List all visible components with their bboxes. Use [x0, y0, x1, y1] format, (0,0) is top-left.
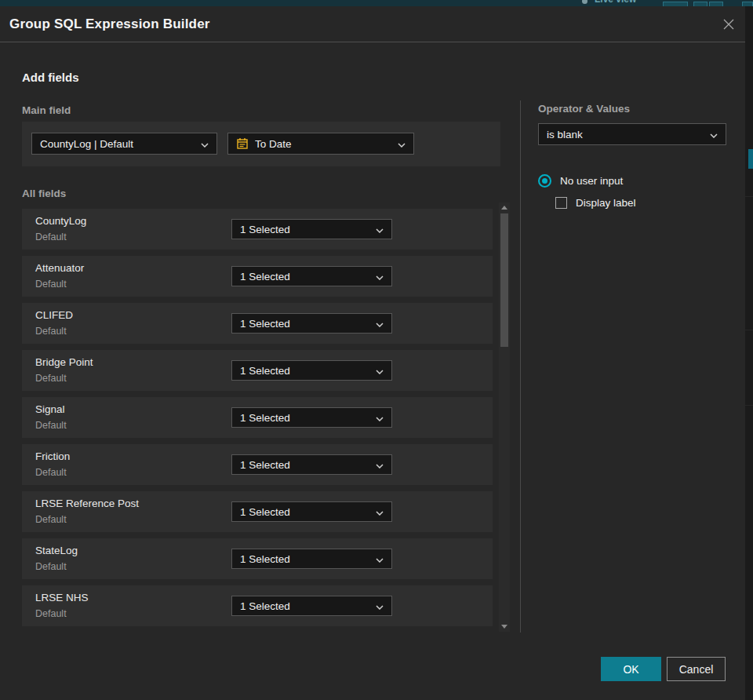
display-label-label: Display label: [576, 197, 636, 209]
field-name: CountyLog: [35, 215, 86, 227]
field-subtitle: Default: [35, 514, 67, 525]
field-selection-value: 1 Selected: [240, 600, 369, 612]
field-name: CLIFED: [35, 309, 73, 321]
scroll-down-arrow-icon[interactable]: [501, 625, 507, 629]
background-seam: [745, 330, 753, 330]
field-selection-value: 1 Selected: [240, 459, 369, 471]
field-row-lrse-nhs: LRSE NHS Default 1 Selected: [22, 585, 493, 626]
field-name: LRSE Reference Post: [35, 498, 139, 509]
field-subtitle: Default: [35, 467, 67, 478]
list-scrollbar: [499, 202, 510, 632]
background-seam: [745, 196, 753, 197]
field-name: Bridge Point: [35, 356, 93, 368]
field-selection-value: 1 Selected: [240, 506, 369, 518]
chevron-down-icon: [376, 365, 384, 377]
field-subtitle: Default: [35, 279, 67, 290]
main-field-label: Main field: [22, 104, 71, 116]
close-icon[interactable]: [720, 16, 737, 33]
field-selection-dropdown[interactable]: 1 Selected: [231, 360, 392, 381]
live-view-label: Live view: [595, 0, 636, 5]
field-name: LRSE NHS: [35, 592, 89, 603]
calendar-icon: [236, 137, 249, 150]
field-selection-dropdown[interactable]: 1 Selected: [231, 454, 392, 475]
date-type-dropdown-value: To Date: [255, 138, 391, 150]
field-selection-dropdown[interactable]: 1 Selected: [231, 549, 392, 569]
operator-dropdown[interactable]: is blank: [538, 123, 726, 145]
field-row-friction: Friction Default 1 Selected: [22, 444, 493, 485]
panel-divider: [520, 100, 521, 633]
field-subtitle: Default: [35, 420, 67, 431]
field-subtitle: Default: [35, 232, 67, 242]
field-selection-dropdown[interactable]: 1 Selected: [231, 407, 392, 428]
add-fields-heading: Add fields: [22, 71, 79, 84]
display-label-checkbox[interactable]: [555, 197, 567, 209]
field-selection-dropdown[interactable]: 1 Selected: [231, 313, 392, 334]
scrollbar-thumb[interactable]: [500, 213, 508, 347]
dialog-header: Group SQL Expression Builder: [0, 6, 745, 42]
field-row-lrse-reference-post: LRSE Reference Post Default 1 Selected: [22, 491, 493, 532]
field-selection-dropdown[interactable]: 1 Selected: [231, 266, 392, 286]
chevron-down-icon: [376, 318, 384, 330]
field-name: Signal: [35, 403, 65, 415]
field-selection-value: 1 Selected: [240, 412, 369, 424]
group-sql-expression-builder-dialog: Group SQL Expression Builder Add fields …: [0, 6, 745, 700]
main-field-panel: CountyLog | Default To Date: [22, 122, 500, 166]
chevron-down-icon: [376, 506, 384, 518]
field-selection-dropdown[interactable]: 1 Selected: [231, 219, 392, 239]
field-selection-value: 1 Selected: [240, 365, 369, 377]
field-selection-value: 1 Selected: [240, 224, 369, 235]
dialog-title: Group SQL Expression Builder: [9, 6, 210, 42]
field-subtitle: Default: [35, 561, 67, 572]
operator-dropdown-value: is blank: [547, 129, 704, 140]
chevron-down-icon: [376, 271, 384, 283]
field-selection-dropdown[interactable]: 1 Selected: [231, 596, 392, 616]
field-selection-value: 1 Selected: [240, 271, 369, 283]
field-name: Attenuator: [35, 262, 84, 274]
no-user-input-option: No user input: [538, 174, 623, 188]
operator-values-label: Operator & Values: [538, 103, 630, 115]
no-user-input-label: No user input: [560, 175, 623, 187]
field-row-attenuator: Attenuator Default 1 Selected: [22, 256, 493, 297]
all-fields-label: All fields: [22, 188, 66, 199]
field-name: Friction: [35, 450, 70, 462]
field-subtitle: Default: [35, 373, 67, 384]
field-row-bridge-point: Bridge Point Default 1 Selected: [22, 350, 493, 391]
field-selection-value: 1 Selected: [240, 318, 369, 330]
background-right-edge: [745, 6, 753, 700]
background-seam: [745, 405, 753, 406]
chevron-down-icon: [376, 224, 384, 235]
field-name: StateLog: [35, 545, 78, 556]
display-label-option: Display label: [555, 197, 636, 209]
cancel-button[interactable]: Cancel: [667, 657, 726, 681]
main-field-dropdown-value: CountyLog | Default: [40, 138, 195, 150]
field-row-signal: Signal Default 1 Selected: [22, 397, 493, 438]
date-type-dropdown[interactable]: To Date: [227, 133, 414, 155]
live-view-dot-icon: [582, 0, 587, 4]
chevron-down-icon: [376, 553, 384, 565]
screen: Live view Group SQL Expression Builder A…: [0, 0, 753, 700]
chevron-down-icon: [201, 138, 209, 150]
field-row-countylog: CountyLog Default 1 Selected: [22, 209, 493, 250]
field-subtitle: Default: [35, 326, 67, 337]
background-toolbar: Live view: [0, 0, 753, 6]
chevron-down-icon: [398, 138, 406, 150]
field-row-statelog: StateLog Default 1 Selected: [22, 538, 493, 579]
field-row-clifed: CLIFED Default 1 Selected: [22, 303, 493, 344]
field-selection-value: 1 Selected: [240, 553, 369, 565]
main-field-dropdown[interactable]: CountyLog | Default: [31, 133, 217, 155]
scroll-up-arrow-icon[interactable]: [501, 206, 507, 210]
chevron-down-icon: [376, 600, 384, 612]
chevron-down-icon: [376, 459, 384, 471]
chevron-down-icon: [710, 129, 718, 140]
chevron-down-icon: [376, 412, 384, 424]
field-subtitle: Default: [35, 608, 67, 619]
ok-button[interactable]: OK: [601, 657, 661, 681]
no-user-input-radio[interactable]: [538, 174, 551, 188]
field-selection-dropdown[interactable]: 1 Selected: [231, 501, 392, 522]
background-selected-item-edge: [748, 149, 753, 169]
